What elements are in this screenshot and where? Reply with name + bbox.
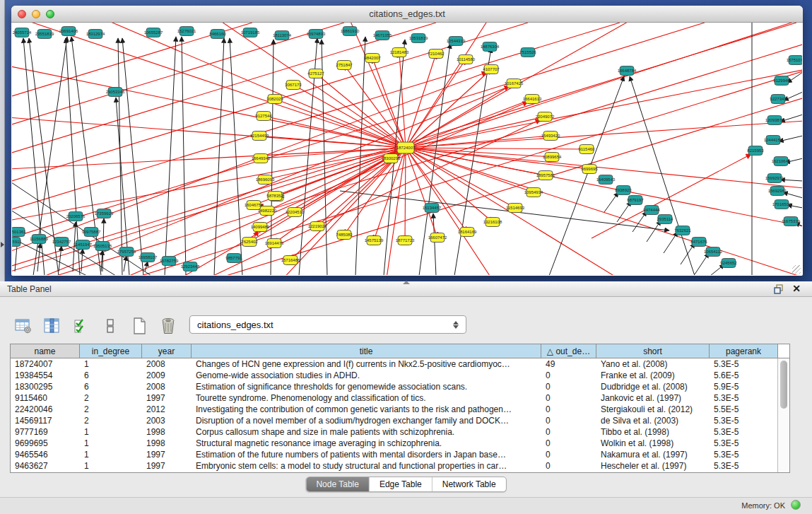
network-node[interactable]: 18312974 [86,30,105,39]
network-node[interactable]: 16649342 [252,154,271,163]
network-node[interactable]: 13216108 [483,218,502,227]
network-node[interactable]: 8215953 [747,146,764,156]
network-edge[interactable] [549,76,624,275]
column-header-in_degree[interactable]: in_degree [80,344,142,358]
column-header-title[interactable]: title [192,344,541,358]
network-node[interactable]: 5878352 [266,192,283,201]
network-edge[interactable] [406,148,467,232]
float-panel-icon[interactable] [774,284,784,294]
tab-edge-table[interactable]: Edge Table [370,477,433,491]
row-checks-icon[interactable] [72,317,90,335]
network-edge[interactable] [632,211,647,232]
network-node[interactable]: 16607472 [428,233,447,243]
network-node[interactable]: 23551819 [35,30,54,39]
network-node[interactable]: 17359929 [95,209,114,218]
tab-network-table[interactable]: Network Table [433,477,506,491]
network-edge[interactable] [695,253,709,274]
network-node[interactable]: 18113074 [273,31,292,40]
network-edge[interactable] [433,214,436,275]
network-edge[interactable] [12,148,406,171]
network-node[interactable]: 16641613 [523,95,542,104]
network-edge[interactable] [59,246,61,271]
network-node[interactable]: 18771723 [396,236,415,245]
network-edge[interactable] [12,23,528,185]
network-node[interactable]: 11514693 [506,204,525,213]
network-node[interactable]: 9127544 [255,112,272,121]
network-node[interactable]: 11451947 [73,240,93,250]
network-window-titlebar[interactable]: citations_edges.txt [11,6,803,23]
splitter-arrow-icon[interactable] [1,242,4,247]
column-header-year[interactable]: year [142,344,192,358]
table-row[interactable]: 946554611997Estimation of the future num… [11,449,789,460]
network-edge[interactable] [210,85,802,275]
network-node[interactable]: 7625402 [241,238,258,247]
network-view-window[interactable]: citations_edges.txt 24055724235518192069… [11,6,803,276]
network-node[interactable]: 7485083 [336,230,353,240]
network-node[interactable]: 16861910 [341,27,360,36]
table-row[interactable]: 1830029562008Estimation of significance … [11,381,789,392]
network-node[interactable]: 16958107 [139,253,158,262]
network-edge[interactable] [406,148,587,149]
network-node[interactable]: 4275127 [307,69,324,78]
network-node[interactable]: 18300295 [382,154,401,163]
network-edge[interactable] [406,136,551,148]
network-node[interactable]: 14671355 [373,31,392,40]
network-node[interactable]: 9842007 [364,54,381,63]
column-header-short[interactable]: short [596,344,710,358]
network-edge[interactable] [214,38,224,275]
table-settings-icon[interactable] [14,317,33,335]
network-node[interactable]: 12181483 [390,48,409,57]
network-node[interactable]: 12544319 [447,37,466,46]
network-node[interactable]: 8466160 [209,30,226,39]
network-node[interactable]: 8501361 [12,228,26,237]
network-edge[interactable] [406,148,662,275]
network-node[interactable]: 18164169 [458,228,477,237]
network-node[interactable]: 9857791 [225,254,242,263]
network-node[interactable]: 15493420 [541,132,560,141]
table-row[interactable]: 977716911998Corpus callosum shape and si… [11,426,789,438]
network-node[interactable]: 12219027 [308,222,327,231]
network-node[interactable]: 10655287 [144,28,163,37]
network-node[interactable]: 10954934 [524,188,543,197]
network-edge[interactable] [264,116,406,148]
window-resize-grip[interactable] [792,265,801,274]
table-row[interactable]: 1872400712008Changes of HCN gene express… [11,358,789,370]
network-node[interactable]: 4107707 [483,65,500,74]
panel-drag-handle-icon[interactable] [403,281,410,284]
network-node[interactable]: 2935114 [657,215,674,224]
network-node[interactable]: 18957581 [536,171,555,180]
network-edge[interactable] [12,148,406,275]
network-node[interactable]: 9227343 [770,95,787,104]
network-node[interactable]: 15692961 [768,187,787,196]
network-edge[interactable] [681,243,695,264]
column-header-out_de[interactable]: △ out_de… [541,344,596,358]
network-node[interactable]: 15992971 [765,174,784,183]
table-row[interactable]: 946362711997Embryonic stem cells: a mode… [11,460,789,472]
network-node[interactable]: 20691406 [59,27,78,36]
network-edge[interactable] [406,148,802,235]
network-node[interactable]: 16914473 [265,239,284,248]
rows-icon[interactable] [101,317,119,335]
table-row[interactable]: 1456911722003Disruption of a novel membe… [11,415,789,426]
network-edge[interactable] [647,221,661,242]
network-node[interactable]: 3067173 [285,81,302,90]
network-node[interactable]: 15134457 [423,204,442,213]
network-node[interactable]: 90975887 [82,228,101,237]
network-node[interactable]: 14876304 [481,42,500,52]
table-scrollbar[interactable] [777,358,789,472]
table-row[interactable]: 969969511998Structural magnetic resonanc… [11,438,789,449]
delete-trash-icon[interactable] [159,317,177,335]
network-edge[interactable] [145,262,148,271]
network-node[interactable]: 12154493 [250,132,269,141]
network-node[interactable]: 17016504 [772,200,792,209]
network-node[interactable]: 24055724 [13,28,32,37]
citation-network-graph[interactable]: 2405572423551819206914061831297410655287… [12,23,802,275]
network-node[interactable]: 15276021 [177,27,196,36]
new-document-icon[interactable] [130,317,148,335]
network-node[interactable]: 12093872 [765,116,784,125]
side-splitter[interactable] [0,0,5,281]
network-node[interactable]: 10719185 [241,28,260,37]
network-node[interactable]: 15751074 [787,56,802,65]
network-node[interactable]: 18696093 [256,175,275,185]
tab-node-table[interactable]: Node Table [306,477,370,491]
